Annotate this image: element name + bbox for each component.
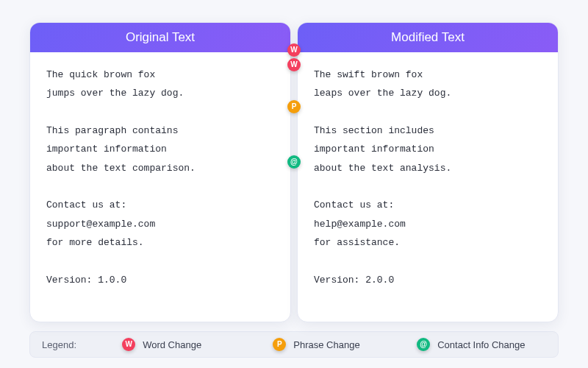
original-panel: Original Text The quick brown fox jumps …: [29, 22, 291, 322]
legend-text: Contact Info Change: [437, 339, 525, 350]
legend-item-phrase: P Phrase Change: [241, 338, 391, 351]
original-panel-title: Original Text: [30, 23, 290, 52]
original-text[interactable]: The quick brown fox jumps over the lazy …: [30, 52, 290, 300]
legend-text: Word Change: [143, 339, 201, 350]
modified-text[interactable]: The swift brown fox leaps over the lazy …: [298, 52, 558, 300]
modified-panel-title: Modified Text: [298, 23, 558, 52]
contact-change-icon: @: [417, 338, 430, 351]
phrase-change-icon: P: [273, 338, 286, 351]
legend-bar: Legend: W Word Change P Phrase Change @ …: [29, 331, 559, 358]
legend-text: Phrase Change: [293, 339, 359, 350]
diff-panels: Original Text The quick brown fox jumps …: [29, 22, 559, 322]
legend-item-word: W Word Change: [87, 338, 237, 351]
modified-panel: Modified Text The swift brown fox leaps …: [297, 22, 559, 322]
legend-item-contact: @ Contact Info Change: [396, 338, 546, 351]
legend-label: Legend:: [42, 339, 76, 350]
word-change-icon: W: [122, 338, 135, 351]
